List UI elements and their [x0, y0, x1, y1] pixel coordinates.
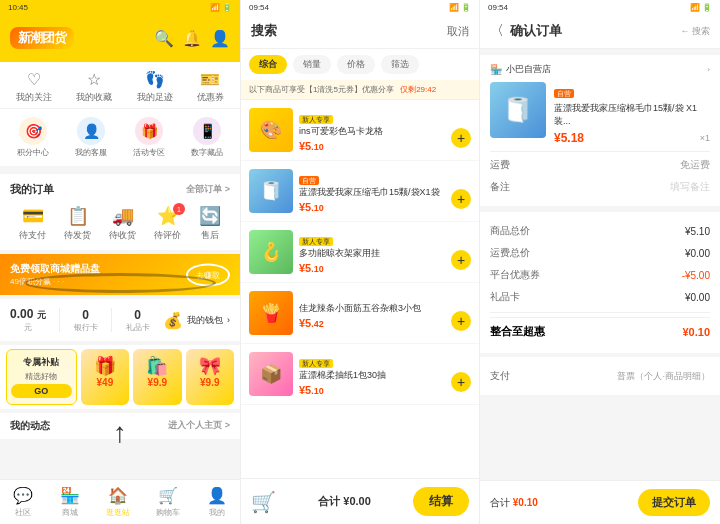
bottom-nav-profile[interactable]: 👤 我的: [207, 486, 227, 518]
filter-tab-sales[interactable]: 销量: [293, 55, 331, 74]
bottom-nav-cart[interactable]: 🛒 购物车: [156, 486, 180, 518]
subsidy-go-btn[interactable]: GO: [11, 384, 72, 398]
nav-tabs: ♡ 我的关注 ☆ 我的收藏 👣 我的足迹 🎫 优惠券: [0, 62, 240, 109]
subsidy-label: 专属补贴: [11, 356, 72, 369]
price-row-1: 运费总价 ¥0.00: [490, 242, 710, 264]
product-info-4: 佳龙辣条小面筋五谷杂粮3小包 ¥5.42: [299, 291, 445, 329]
product-info-5: 新人专享 蓝漂棉柔抽纸1包30抽 ¥5.10: [299, 352, 445, 396]
bottom-nav-community[interactable]: 💬 社区: [13, 486, 33, 518]
total-value: ¥0.10: [682, 326, 710, 338]
filter-tab-comprehensive[interactable]: 综合: [249, 55, 287, 74]
product-name-4: 佳龙辣条小面筋五谷杂粮3小包: [299, 303, 445, 315]
product-badge-5: 新人专享: [299, 359, 333, 368]
service-points[interactable]: 🎯 积分中心: [17, 117, 49, 158]
list-item: 🪝 新人专享 多功能晾衣架家用挂 ¥5.10 +: [241, 222, 479, 283]
wallet-section: 0.00 元 元 0 银行卡 0 礼品卡 💰 我的钱包 ›: [0, 299, 240, 341]
cart-icon: 🛒: [158, 486, 178, 505]
notification-icon[interactable]: 🔔: [182, 29, 202, 48]
shop-header: 🏪 小巴自营店 ›: [490, 63, 710, 76]
cancel-button[interactable]: 取消: [447, 24, 469, 39]
coupon-icon: 🎫: [200, 70, 220, 89]
tab-history[interactable]: 👣 我的足迹: [137, 70, 173, 104]
user-icon[interactable]: 👤: [210, 29, 230, 48]
back-button[interactable]: 〈: [490, 22, 504, 40]
promo-img-2: 🛍️: [137, 355, 177, 377]
profile-icon: 👤: [207, 486, 227, 505]
add-to-cart-btn-5[interactable]: +: [451, 372, 471, 392]
add-to-cart-btn-1[interactable]: +: [451, 128, 471, 148]
product-name-2: 蓝漂我爱我家压缩毛巾15颗/袋X1袋: [299, 187, 445, 199]
header-icons: 🔍 🔔 👤: [154, 29, 230, 48]
service-digital[interactable]: 📱 数字藏品: [191, 117, 223, 158]
order-tab-aftersale[interactable]: 🔄 售后: [199, 205, 221, 242]
promo-card-subsidy[interactable]: 专属补贴 精选好物 GO: [6, 349, 77, 405]
product-price-3: ¥5.10: [299, 262, 445, 274]
filter-tab-price[interactable]: 价格: [337, 55, 375, 74]
order-product-price: ¥5.18: [554, 131, 584, 145]
order-tabs: 💳 待支付 📋 待发货 🚚 待收货 ⭐ 1 待评价 🔄 售后: [10, 205, 230, 242]
payment-row[interactable]: 支付 普票（个人·商品明细）: [490, 365, 710, 387]
bottom-nav-home[interactable]: 🏠 逛逛站: [106, 486, 130, 518]
cart-bottom-bar: 🛒 合计 ¥0.00 结算: [241, 478, 479, 524]
promo-countdown: 仅剩29:42: [400, 85, 436, 94]
orders-section: 我的订单 全部订单 > 💳 待支付 📋 待发货 🚚 待收货 ⭐ 1 待评价: [0, 174, 240, 250]
dynamics-title: 我的动态: [10, 419, 50, 433]
order-tab-pending-ship[interactable]: 📋 待发货: [64, 205, 91, 242]
order-title: 确认订单: [510, 22, 562, 40]
add-to-cart-btn-3[interactable]: +: [451, 250, 471, 270]
note-row[interactable]: 备注 填写备注: [490, 176, 710, 198]
product-badge-2: 自营: [299, 176, 319, 185]
product-name-1: ins可爱彩色马卡龙格: [299, 126, 445, 138]
tab-favorites[interactable]: ☆ 我的收藏: [76, 70, 112, 104]
service-activities[interactable]: 🎁 活动专区: [133, 117, 165, 158]
promo-card-2[interactable]: 🛍️ ¥9.9: [133, 349, 181, 405]
home-icon: 🏠: [108, 486, 128, 505]
status-bar-2: 09:54 📶 🔋: [241, 0, 479, 14]
cart-icon-area: 🛒: [251, 490, 276, 514]
checkout-button[interactable]: 结算: [413, 487, 469, 516]
order-tab-pending-pay[interactable]: 💳 待支付: [19, 205, 46, 242]
add-to-cart-btn-4[interactable]: +: [451, 311, 471, 331]
digital-icon: 📱: [193, 117, 221, 145]
status-bar-1: 10:45 📶 🔋: [0, 0, 240, 14]
add-to-cart-btn-2[interactable]: +: [451, 189, 471, 209]
total-label: 整合至超惠: [490, 324, 545, 339]
order-product-row: 🧻 自营 蓝漂我爱我家压缩棉毛巾15颗/袋 X1装... ¥5.18 ×1: [490, 82, 710, 145]
product-price-5: ¥5.10: [299, 384, 445, 396]
product-image-4: 🍟: [249, 291, 293, 335]
tab-follow[interactable]: ♡ 我的关注: [16, 70, 52, 104]
price-row-3: 礼品卡 ¥0.00: [490, 286, 710, 308]
price-row-2: 平台优惠券 -¥5.00: [490, 264, 710, 286]
order-product-qty: ×1: [700, 133, 710, 143]
service-customer[interactable]: 👤 我的客服: [75, 117, 107, 158]
submit-order-button[interactable]: 提交订单: [638, 489, 710, 516]
filter-tab-filter[interactable]: 筛选: [381, 55, 419, 74]
order-tab-pending-review[interactable]: ⭐ 1 待评价: [154, 205, 181, 242]
shipping-row: 运费 免运费: [490, 151, 710, 176]
order-tab-pending-receive[interactable]: 🚚 待收货: [109, 205, 136, 242]
bottom-nav-shop[interactable]: 🏪 商城: [60, 486, 80, 518]
submit-total: 合计 ¥0.10: [490, 496, 538, 510]
wallet-gift-label: 礼品卡: [126, 322, 150, 333]
activity-icon: 🎁: [135, 117, 163, 145]
search-icon[interactable]: 🔍: [154, 29, 174, 48]
orders-view-all[interactable]: 全部订单 >: [186, 183, 230, 196]
tab-coupons[interactable]: 🎫 优惠券: [197, 70, 224, 104]
promo-card-3[interactable]: 🎀 ¥9.9: [186, 349, 234, 405]
promo-price-1: ¥49: [85, 377, 125, 388]
my-wallet-btn[interactable]: 💰 我的钱包 ›: [163, 311, 230, 330]
dynamics-link[interactable]: 进入个人主页 >: [168, 419, 230, 433]
search-back-label[interactable]: ← 搜索: [568, 25, 710, 38]
wallet-divider-2: [111, 308, 112, 332]
promo-strip: 以下商品可享受【1清洗5元券】优惠分享 仅剩29:42: [241, 80, 479, 100]
pending-ship-icon: 📋: [67, 205, 89, 227]
product-price-4: ¥5.42: [299, 317, 445, 329]
shop-name: 小巴自营店: [506, 63, 551, 76]
app-logo: 新潮团货: [10, 27, 74, 49]
tab-history-label: 我的足迹: [137, 91, 173, 104]
promo-banner[interactable]: 免费领取商城赠品盘 49倍积分赢 · · · 去赚取: [0, 254, 240, 295]
banner-cta[interactable]: 去赚取: [186, 263, 230, 286]
search-header: 搜索 取消: [241, 14, 479, 49]
promo-card-1[interactable]: 🎁 ¥49: [81, 349, 129, 405]
wallet-bank-label: 银行卡: [74, 322, 98, 333]
